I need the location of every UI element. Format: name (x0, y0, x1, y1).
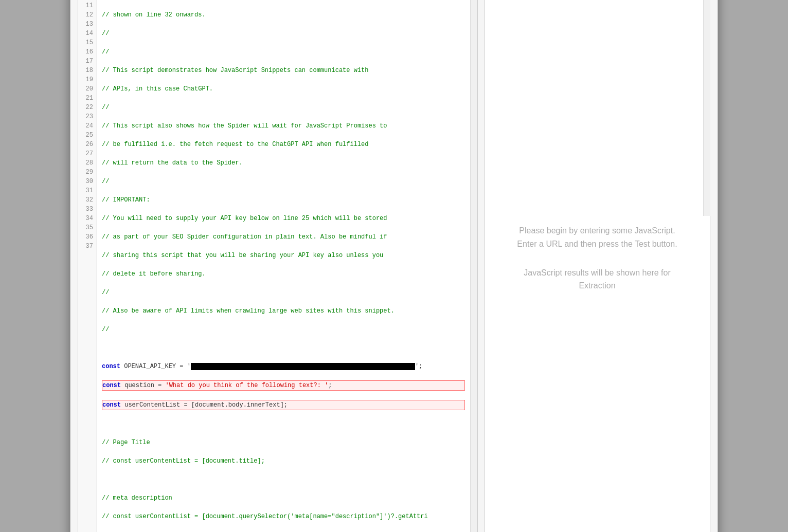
code-editor[interactable]: // Ask ChatGPT anything about the page /… (97, 0, 470, 532)
tester-body: Please begin by entering some JavaScript… (485, 0, 710, 532)
dialog-window: JS Custom JavaScript Snippet Editor □ ✕ … (70, 0, 718, 532)
editor-scrollbar-v[interactable] (470, 0, 477, 532)
editor-panel: JavaScript Editor 12345 678910 111213141… (78, 0, 478, 532)
tester-placeholder-1: Please begin by entering some JavaScript… (517, 224, 677, 250)
line-numbers: 12345 678910 1112131415 1617181920 21222… (78, 0, 97, 532)
modal-overlay: JS Custom JavaScript Snippet Editor □ ✕ … (0, 0, 788, 532)
editor-body: 12345 678910 1112131415 1617181920 21222… (78, 0, 477, 532)
main-content: JavaScript Editor 12345 678910 111213141… (70, 0, 718, 532)
tester-placeholder-2: JavaScript results will be shown here fo… (524, 266, 670, 292)
tester-panel: JavaScript Tester Please begin by enteri… (484, 0, 710, 532)
tester-scrollbar[interactable] (703, 0, 710, 216)
